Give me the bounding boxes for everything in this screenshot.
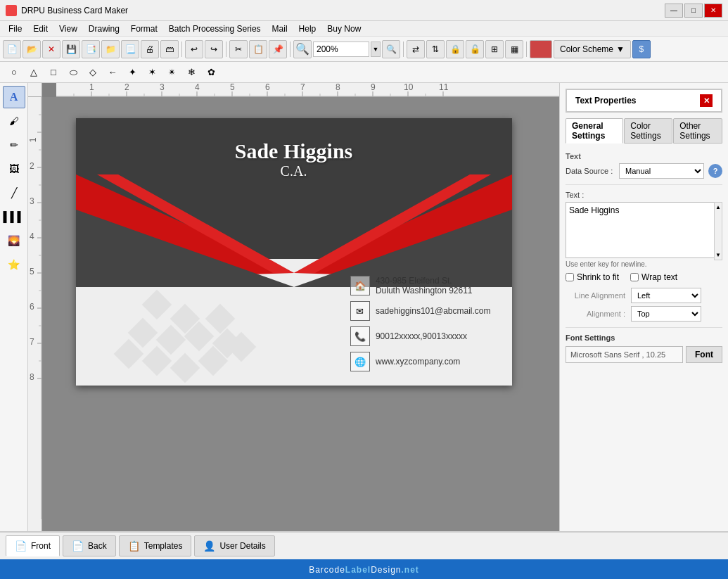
line-alignment-select[interactable]: Left Center Right [631,288,701,303]
star6-shape-btn[interactable]: ✶ [143,64,160,81]
templates-tab-label: Templates [144,541,183,551]
pencil-tool-btn[interactable]: ✏ [3,134,25,156]
line-tool-btn[interactable]: ╱ [3,182,25,204]
footer-text: BarcodeLabelDesign.net [309,564,419,575]
paste-button[interactable]: 📌 [269,40,287,58]
alignment-select[interactable]: Top Middle Bottom [631,306,701,322]
dollar-button[interactable]: $ [632,40,651,58]
tab-back[interactable]: 📄 Back [63,535,116,556]
triangle-shape-btn[interactable]: △ [25,64,42,81]
data-source-select[interactable]: Manual Database CSV [619,163,704,179]
select-tool-btn[interactable]: A [3,86,25,108]
tab-templates[interactable]: 📋 Templates [119,535,192,556]
panel-close-button[interactable]: ✕ [700,94,713,107]
main-area: A 🖌 ✏ 🖼 ╱ ▌▌▌ 🌄 ⭐ 1 2 3 [0,83,728,531]
section-divider-2 [566,327,722,328]
font-display: Microsoft Sans Serif , 10.25 [566,346,683,363]
doc-button[interactable]: 📃 [121,40,139,58]
cut-button[interactable]: ✂ [229,40,248,58]
snowflake-shape-btn[interactable]: ❄ [183,64,200,81]
resize-button[interactable]: ⊞ [485,40,504,58]
front-tab-icon: 📄 [15,540,27,552]
svg-text:5: 5 [230,83,235,92]
star8-shape-btn[interactable]: ✴ [163,64,180,81]
star5-shape-btn[interactable]: ✦ [124,64,141,81]
minimize-button[interactable]: — [665,4,683,18]
text-area-container: Sade Higgins ▲ ▼ [566,202,722,260]
tab-user-details[interactable]: 👤 User Details [194,535,274,556]
close-button[interactable]: ✕ [704,4,722,18]
zoom-out-button[interactable]: 🔍 [382,40,400,58]
svg-text:8: 8 [30,372,34,382]
menu-drawing[interactable]: Drawing [83,23,125,35]
shrink-to-fit-checkbox[interactable] [566,273,574,281]
save-as-button[interactable]: 📑 [82,40,100,58]
error-button[interactable]: ✕ [42,40,60,58]
menu-file[interactable]: File [3,23,27,35]
flip-v-button[interactable]: ⇅ [426,40,445,58]
diamond-shape-btn[interactable]: ◇ [84,64,101,81]
font-button[interactable]: Font [686,346,722,363]
flip-h-button[interactable]: ⇄ [407,40,425,58]
star-tool-btn[interactable]: ⭐ [3,253,25,276]
db-button[interactable]: 🗃 [160,40,179,58]
tab-color-settings[interactable]: Color Settings [624,118,672,144]
scroll-up-arrow[interactable]: ▲ [715,204,721,210]
app-title: DRPU Business Card Maker [21,6,665,15]
zoom-value: 200% [317,44,338,54]
panel-title: Text Properties [575,96,636,106]
print-button[interactable]: 🖨 [141,40,159,58]
phone-icon: 📞 [350,326,370,346]
svg-text:2: 2 [30,161,34,171]
toolbar-sep-5 [526,42,527,57]
save-button[interactable]: 💾 [62,40,80,58]
tab-general-settings[interactable]: General Settings [566,118,623,144]
menu-batch[interactable]: Batch Processing Series [163,23,267,35]
unlock-button[interactable]: 🔓 [466,40,484,58]
user-details-tab-label: User Details [219,541,265,551]
open-button[interactable]: 📂 [23,40,41,58]
grid-button[interactable]: ▦ [505,40,523,58]
card-name-area: Sade Higgins C.A. [76,139,512,179]
paint-tool-btn[interactable]: 🖌 [3,110,25,132]
rect-shape-btn[interactable]: □ [45,64,62,81]
zoom-in-button[interactable]: 🔍 [293,40,312,58]
scroll-down-arrow[interactable]: ▼ [715,252,721,258]
tab-front[interactable]: 📄 Front [6,535,60,556]
menu-view[interactable]: View [53,23,83,35]
wrap-text-checkbox[interactable] [630,273,639,281]
circle-shape-btn[interactable]: ○ [6,64,23,81]
svg-text:4: 4 [30,231,34,241]
menu-buy[interactable]: Buy Now [321,23,366,35]
lock-button[interactable]: 🔒 [446,40,464,58]
menu-format[interactable]: Format [125,23,163,35]
shrink-to-fit-item: Shrink to fit [566,272,619,282]
arrow-left-shape-btn[interactable]: ← [104,64,121,81]
svg-text:6: 6 [265,83,270,92]
textarea-scrollbar[interactable]: ▲ ▼ [714,202,722,260]
menu-edit[interactable]: Edit [27,23,53,35]
menu-help[interactable]: Help [293,23,322,35]
barcode-tool-btn[interactable]: ▌▌▌ [3,205,25,228]
maximize-button[interactable]: □ [684,4,703,18]
ruler-left: 1 2 3 4 5 6 7 8 [28,97,42,531]
image-tool-btn[interactable]: 🖼 [3,158,25,180]
panel-header: Text Properties ✕ [566,89,722,113]
redo-button[interactable]: ↪ [205,40,223,58]
photo-tool-btn[interactable]: 🌄 [3,229,25,252]
text-input[interactable]: Sade Higgins [566,202,722,258]
new-button[interactable]: 📄 [3,40,21,58]
oval-shape-btn[interactable]: ⬭ [65,64,82,81]
footer: BarcodeLabelDesign.net [0,559,728,579]
flower-shape-btn[interactable]: ✿ [203,64,219,81]
tab-other-settings[interactable]: Other Settings [673,118,722,144]
help-button[interactable]: ? [708,164,722,178]
open-folder-button[interactable]: 📁 [101,40,120,58]
zoom-dropdown-button[interactable]: ▼ [371,42,381,57]
menu-mail[interactable]: Mail [267,23,293,35]
undo-button[interactable]: ↩ [185,40,203,58]
canvas-area: 1 2 3 4 5 6 7 8 9 [28,83,559,531]
color-scheme-button[interactable]: Color Scheme ▼ [554,40,631,58]
svg-text:2: 2 [124,83,129,92]
copy-button[interactable]: 📋 [249,40,267,58]
